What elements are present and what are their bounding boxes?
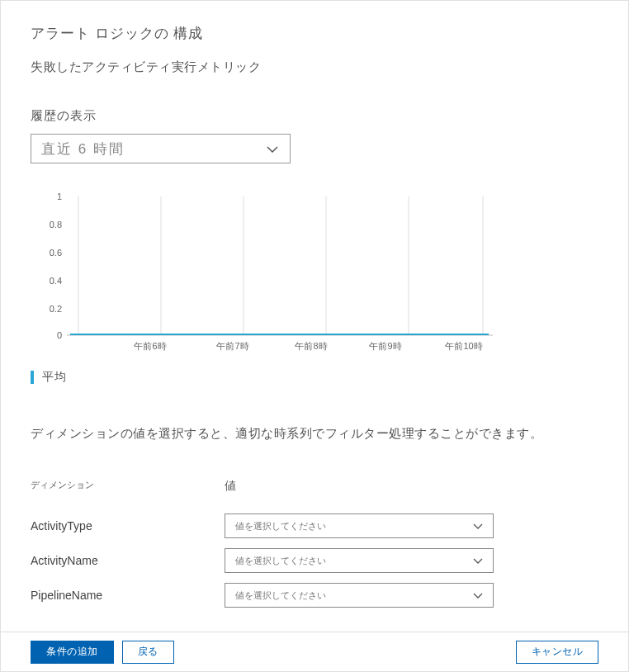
dimension-name: PipelineName xyxy=(31,589,225,602)
dimension-value-select[interactable]: 値を選択してください xyxy=(225,548,494,573)
value-header: 値 xyxy=(225,479,236,494)
dimension-name: ActivityType xyxy=(31,519,225,532)
dimension-row: PipelineName 値を選択してください xyxy=(31,583,598,608)
chart-legend: 平均 xyxy=(31,370,598,385)
chevron-down-icon xyxy=(473,556,483,566)
x-tick: 午前7時 xyxy=(216,341,248,351)
history-range-value: 直近 6 時間 xyxy=(41,140,125,159)
chevron-down-icon xyxy=(473,590,483,600)
y-tick: 0.2 xyxy=(50,304,62,314)
x-tick: 午前6時 xyxy=(134,341,166,351)
dimension-value-select[interactable]: 値を選択してください xyxy=(225,513,494,538)
history-range-select[interactable]: 直近 6 時間 xyxy=(31,134,291,163)
x-tick: 午前9時 xyxy=(369,341,401,351)
legend-label: 平均 xyxy=(42,370,67,385)
y-tick: 1 xyxy=(57,192,62,201)
dimension-value-select[interactable]: 値を選択してください xyxy=(225,583,494,608)
metric-subtitle: 失敗したアクティビティ実行メトリック xyxy=(31,59,598,75)
legend-marker xyxy=(31,371,34,384)
page-title: アラート ロジックの 構成 xyxy=(31,24,598,43)
dimension-placeholder: 値を選択してください xyxy=(235,555,326,567)
dimension-row: ActivityType 値を選択してください xyxy=(31,513,598,538)
y-tick: 0.6 xyxy=(50,248,62,258)
add-condition-button[interactable]: 条件の追加 xyxy=(31,641,114,664)
x-tick: 午前10時 xyxy=(445,341,482,351)
metric-chart: 1 0.8 0.6 0.4 0.2 0 午前6時 午前7時 午前8時 午前9時 … xyxy=(31,188,493,353)
history-label: 履歴の表示 xyxy=(31,108,598,124)
chevron-down-icon xyxy=(473,521,483,531)
dimension-help-text: ディメンションの値を選択すると、適切な時系列でフィルター処理することができます。 xyxy=(31,426,598,442)
dimension-placeholder: 値を選択してください xyxy=(235,520,326,532)
back-button[interactable]: 戻る xyxy=(122,641,174,664)
dimension-placeholder: 値を選択してください xyxy=(235,589,326,602)
y-tick: 0.8 xyxy=(50,220,62,230)
y-tick: 0.4 xyxy=(50,276,62,286)
dimension-row: ActivityName 値を選択してください xyxy=(31,548,598,573)
dimension-header: ディメンション xyxy=(31,479,225,494)
chevron-down-icon xyxy=(267,140,278,157)
x-tick: 午前8時 xyxy=(295,341,327,351)
cancel-button[interactable]: キャンセル xyxy=(516,641,599,664)
y-tick: 0 xyxy=(57,330,62,340)
dimension-name: ActivityName xyxy=(31,554,225,567)
footer-toolbar: 条件の追加 戻る キャンセル xyxy=(1,632,628,671)
